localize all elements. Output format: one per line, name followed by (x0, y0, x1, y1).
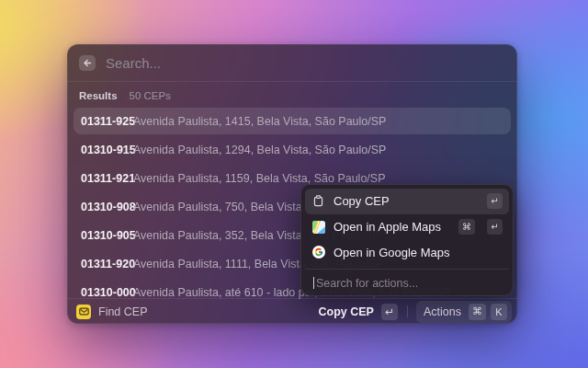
cmd-key-badge: ⌘ (469, 304, 486, 320)
text-caret (313, 277, 314, 289)
actions-label: Actions (424, 305, 461, 318)
primary-action-label[interactable]: Copy CEP (319, 305, 374, 318)
action-panel: Copy CEP ↵ Open in Apple Maps ⌘ ↵ (300, 184, 514, 296)
cep-address: Avenida Paulista, 1294, Bela Vista, São … (133, 144, 386, 156)
back-button[interactable] (79, 55, 96, 71)
apple-maps-icon (311, 220, 325, 234)
cep-code: 01311-920 (81, 258, 126, 270)
cep-code: 01310-905 (81, 229, 126, 242)
action-label: Copy CEP (334, 194, 479, 208)
enter-key-badge: ↵ (487, 219, 503, 235)
action-label: Open in Google Maps (334, 246, 503, 259)
action-open-google-maps[interactable]: Open in Google Maps (305, 240, 509, 266)
find-cep-app-icon (76, 305, 91, 319)
actions-search-placeholder: Search for actions... (316, 277, 418, 290)
search-input[interactable] (106, 55, 505, 71)
actions-search-field[interactable]: Search for actions... (305, 269, 509, 296)
cep-code: 01310-000 (81, 286, 126, 299)
results-header: Results 50 CEPs (67, 82, 517, 106)
cep-code: 01310-915 (81, 144, 126, 156)
cep-address: Avenida Paulista, 1415, Bela Vista, São … (133, 115, 386, 128)
cmd-key-badge: ⌘ (458, 219, 475, 235)
footer-divider (407, 305, 408, 317)
cep-code: 01311-925 (81, 115, 126, 128)
action-copy-cep[interactable]: Copy CEP ↵ (305, 189, 509, 214)
arrow-left-icon (83, 58, 93, 68)
list-item[interactable]: 01311-925 Avenida Paulista, 1415, Bela V… (74, 108, 511, 134)
actions-button[interactable]: Actions ⌘ K (416, 301, 512, 323)
results-label: Results (79, 90, 118, 101)
cep-code: 01310-908 (81, 201, 126, 213)
raycast-window: Results 50 CEPs 01311-925 Avenida Paulis… (67, 44, 517, 324)
k-key-badge: K (491, 304, 507, 320)
enter-key-badge: ↵ (487, 193, 503, 209)
clipboard-icon (311, 194, 325, 208)
app-name: Find CEP (98, 305, 148, 318)
list-item[interactable]: 01310-915 Avenida Paulista, 1294, Bela V… (74, 136, 511, 163)
status-bar: Find CEP Copy CEP ↵ Actions ⌘ K (67, 298, 517, 324)
action-open-apple-maps[interactable]: Open in Apple Maps ⌘ ↵ (305, 214, 509, 240)
results-count: 50 CEPs (130, 90, 171, 101)
enter-key-badge: ↵ (381, 304, 398, 320)
search-bar (67, 44, 517, 82)
cep-address: Avenida Paulista, 1159, Bela Vista, São … (133, 172, 386, 185)
cep-code: 01311-921 (81, 172, 126, 185)
action-label: Open in Apple Maps (334, 220, 450, 234)
google-maps-icon (311, 246, 325, 259)
